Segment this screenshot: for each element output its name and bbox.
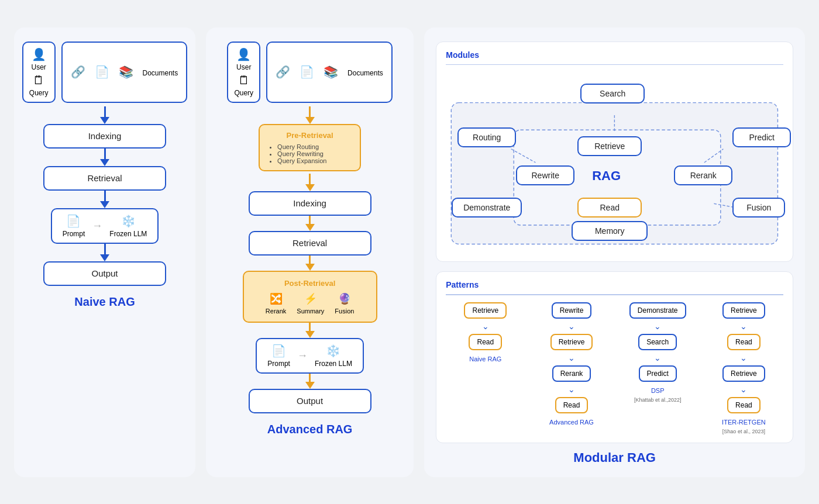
iter-read2-box: Read: [727, 397, 760, 413]
naive-inputs-row: 👤 User 🗒 Query 🔗 📄 📚: [22, 42, 187, 103]
naive-pattern-label: Naive RAG: [469, 355, 501, 363]
pre-retrieval-box: Pre-Retrieval Query Routing Query Rewrit…: [259, 124, 361, 171]
adv-read-box: Read: [555, 397, 589, 413]
naive-user-query-box: 👤 User 🗒 Query: [22, 42, 56, 103]
adv-arrow4: [305, 256, 315, 271]
layers-icon: 📚: [119, 65, 133, 79]
naive-read-box: Read: [469, 334, 502, 350]
naive-arrow1: [100, 106, 109, 124]
dsp-arrow-2: ⌄: [654, 353, 661, 363]
user-label: User: [31, 63, 46, 71]
advanced-rag-title: Advanced RAG: [267, 423, 353, 436]
adv-query-label: Query: [234, 89, 253, 97]
predict-module: Predict: [732, 127, 791, 147]
adv-layers-icon: 📚: [324, 65, 338, 79]
naive-arrow2: [100, 149, 109, 166]
adv-right-arrow-icon: →: [297, 350, 308, 362]
adv-user-label: User: [236, 63, 251, 71]
svg-line-4: [704, 149, 724, 163]
layers-icon-item: 📚: [119, 65, 133, 79]
adv-output-box: Output: [249, 389, 371, 413]
adv-arrow1: [305, 106, 315, 124]
iter-sublabel: [Shao et al., 2023]: [722, 429, 765, 434]
dsp-pattern-label: DSP: [651, 387, 665, 394]
frozen-llm-item: ❄️ Frozen LLM: [109, 214, 147, 238]
query-label: Query: [29, 89, 49, 97]
user-item: 👤 User: [31, 47, 46, 71]
routing-module: Routing: [457, 127, 516, 147]
rewrite-module: Rewrite: [516, 165, 574, 185]
adv-documents-label: Documents: [347, 69, 383, 77]
memory-module: Memory: [572, 221, 648, 241]
adv-arrow2: [305, 174, 315, 191]
modules-label: Modules: [446, 50, 783, 60]
document-icon: 📄: [95, 65, 109, 79]
rag-label: RAG: [592, 168, 621, 184]
adv-retrieve-box: Retrieve: [550, 334, 593, 350]
patterns-section: Patterns Retrieve ⌄ Read Naive RAG Rewri…: [436, 271, 793, 443]
iter-pattern-label: ITER-RETGEN: [722, 419, 766, 426]
adv-arrow-3: ⌄: [568, 385, 575, 394]
fusion-item: 🔮 Fusion: [335, 292, 354, 315]
adv-indexing-wrapper: Indexing: [249, 191, 371, 216]
adv-arrow3: [305, 216, 315, 231]
naive-rag-title: Naive RAG: [74, 295, 135, 309]
iter-retrieve2-box: Retrieve: [722, 365, 765, 382]
pre-item-1: Query Routing: [277, 143, 350, 150]
adv-pattern-label: Advanced RAG: [549, 419, 594, 426]
modular-rag-title: Modular RAG: [573, 450, 656, 465]
adv-inputs-row: 👤 User 🗒 Query 🔗 📄 📚: [227, 42, 392, 103]
adv-retrieval-box: Retrieval: [249, 231, 371, 256]
rerank-item: 🔀 Rerank: [266, 292, 286, 315]
naive-arrow4: [100, 244, 109, 261]
adv-documents-box: 🔗 📄 📚 Documents: [266, 42, 393, 103]
summary-item: ⚡ Summary: [297, 292, 324, 315]
dsp-predict-box: Predict: [639, 365, 677, 382]
adv-user-query-box: 👤 User 🗒 Query: [227, 42, 260, 103]
link-icon: 🔗: [71, 65, 85, 79]
svg-line-3: [511, 149, 536, 163]
naive-indexing-box: Indexing: [43, 124, 166, 149]
adv-indexing-box: Indexing: [249, 191, 371, 216]
post-retrieval-title: Post-Retrieval: [284, 279, 335, 288]
adv-arrow-1: ⌄: [568, 322, 575, 331]
naive-arrow-1: ⌄: [482, 322, 489, 331]
adv-query-icon: 🗒: [238, 74, 250, 87]
pre-retrieval-list: Query Routing Query Rewriting Query Expa…: [269, 143, 350, 164]
rerank-icon: 🔀: [270, 292, 283, 305]
demonstrate-module: Demonstrate: [452, 198, 522, 218]
fusion-icon: 🔮: [338, 292, 351, 305]
link-icon-item: 🔗: [71, 65, 85, 79]
adv-prompt-llm-box: 📄 Prompt → ❄️ Frozen LLM: [256, 338, 364, 374]
adv-frozen-llm-item: ❄️ Frozen LLM: [315, 344, 352, 368]
right-arrow-icon: →: [92, 220, 102, 232]
naive-retrieve-box: Retrieve: [464, 302, 507, 319]
patterns-label: Patterns: [446, 280, 783, 289]
pattern-iter-retgen: Retrieve ⌄ Read ⌄ Retrieve ⌄ Read ITER-R…: [704, 302, 783, 434]
adv-link-icon-item: 🔗: [276, 65, 290, 79]
summary-icon: ⚡: [304, 292, 317, 305]
dsp-demonstrate-box: Demonstrate: [629, 302, 686, 319]
documents-label: Documents: [143, 69, 178, 77]
patterns-row: Retrieve ⌄ Read Naive RAG Rewrite ⌄ Retr…: [446, 302, 783, 434]
modules-area: Search Routing Predict Retrieve Rewrite: [446, 72, 783, 253]
iter-arrow-1: ⌄: [740, 322, 747, 331]
pattern-advanced-rag: Rewrite ⌄ Retrieve ⌄ Rerank ⌄ Read Advan…: [532, 302, 611, 426]
naive-output-box: Output: [43, 261, 166, 286]
adv-indexing-row: [305, 174, 315, 191]
adv-arrow-2: ⌄: [568, 353, 575, 363]
retrieve-module: Retrieve: [577, 136, 642, 156]
modules-section: Modules: [436, 42, 793, 263]
main-container: 👤 User 🗒 Query 🔗 📄 📚: [0, 13, 819, 491]
dsp-arrow-1: ⌄: [654, 322, 661, 331]
pre-item-2: Query Rewriting: [277, 150, 350, 157]
adv-prompt-item: 📄 Prompt: [267, 344, 290, 368]
search-module: Search: [580, 84, 645, 103]
pattern-naive-rag: Retrieve ⌄ Read Naive RAG: [446, 302, 525, 363]
dsp-sublabel: [Khattab et al.,2022]: [634, 397, 682, 403]
adv-link-icon: 🔗: [276, 65, 290, 79]
post-retrieval-icons: 🔀 Rerank ⚡ Summary 🔮 Fusion: [266, 292, 355, 315]
adv-prompt-icon: 📄: [271, 344, 286, 358]
adv-query-item: 🗒 Query: [234, 74, 253, 97]
naive-retrieval-box: Retrieval: [43, 166, 166, 191]
